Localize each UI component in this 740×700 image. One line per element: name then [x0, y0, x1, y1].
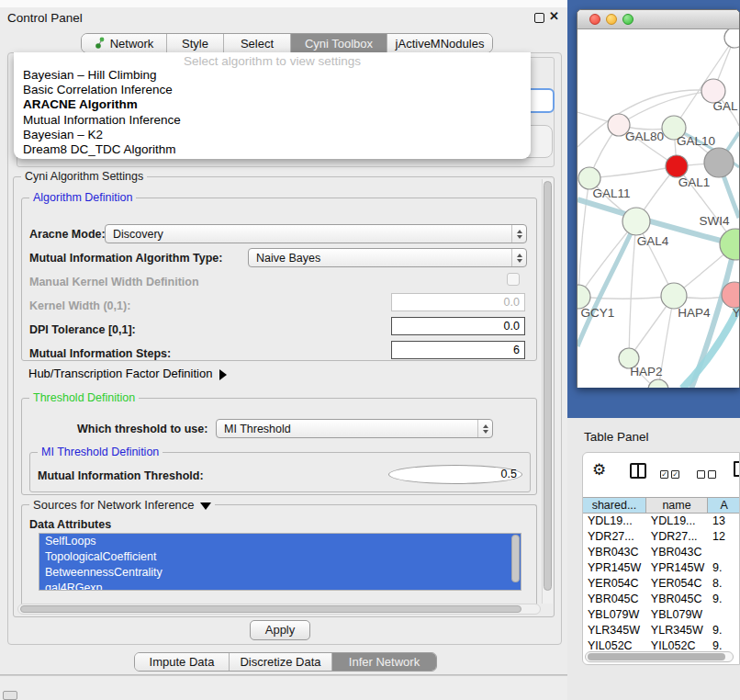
algorithm-option[interactable]: Bayesian – K2	[14, 128, 531, 142]
panel-top-strip	[0, 0, 569, 7]
node-gal-pink-label: GAL	[712, 99, 738, 113]
network-edge[interactable]	[629, 221, 636, 358]
network-edge[interactable]	[589, 166, 677, 178]
algorithm-option[interactable]: Bayesian – Hill Climbing	[14, 68, 531, 83]
sources-title[interactable]: Sources for Network Inference	[29, 498, 215, 512]
table-row[interactable]: YLR345WYLR345W9.	[583, 623, 740, 638]
data-attributes-list[interactable]: SelfLoopsTopologicalCoefficientBetweenne…	[39, 533, 521, 591]
gear-icon[interactable]: ⚙	[592, 460, 606, 480]
tab-label: Cyni Toolbox	[305, 37, 373, 51]
tab-style[interactable]: Style	[166, 34, 223, 52]
node-gal4-label: GAL4	[637, 234, 669, 248]
settings-group-title: Cyni Algorithm Settings	[21, 170, 147, 183]
float-window-icon[interactable]	[534, 13, 544, 23]
algorithm-option[interactable]: Basic Correlation Inference	[14, 83, 531, 97]
algorithm-option[interactable]: Mutual Information Inference	[14, 113, 531, 128]
tab-network[interactable]: Network	[82, 34, 166, 52]
column-header[interactable]: name	[646, 498, 708, 513]
attribute-item[interactable]: gal4RGexp	[39, 581, 521, 591]
network-canvas[interactable]: GALGAL80GAL10GAL1GAL11GAL4SWI4GCY1HAP4YH…	[577, 29, 739, 388]
close-icon[interactable]: ✕	[549, 9, 559, 23]
aracne-mode-combo[interactable]: Discovery	[105, 224, 527, 243]
tab-discretize-data[interactable]: Discretize Data	[229, 653, 331, 671]
scrollbar-thumb[interactable]	[20, 605, 521, 613]
minimize-traffic-light[interactable]	[606, 14, 617, 25]
settings-vertical-scrollbar[interactable]	[542, 179, 553, 604]
data-attributes-label: Data Attributes	[29, 518, 111, 531]
stepper-icon	[511, 225, 526, 243]
node-hap4[interactable]	[661, 283, 687, 309]
table-row[interactable]: YBR043CYBR043C	[583, 545, 740, 560]
table-cell: YIL052C	[583, 638, 646, 651]
mi-type-value: Naive Bayes	[249, 252, 511, 265]
apply-button[interactable]: Apply	[250, 620, 310, 640]
node-gal4[interactable]	[622, 208, 650, 235]
node-gray[interactable]	[704, 148, 734, 177]
network-window-titlebar[interactable]	[577, 10, 739, 29]
table-cell: YBL079W	[583, 607, 646, 623]
attribute-item[interactable]: TopologicalCoefficient	[39, 549, 521, 565]
expand-arrow-icon	[219, 369, 227, 380]
node-top[interactable]	[724, 29, 739, 48]
table-cell	[708, 607, 740, 623]
manual-kernel-checkbox[interactable]	[507, 273, 520, 286]
table-row[interactable]: YIL052CYIL052C9.	[583, 638, 740, 651]
table-cell: YLR345W	[646, 623, 708, 638]
table-row[interactable]: YBR045CYBR045C9.	[583, 592, 740, 607]
settings-horizontal-scrollbar[interactable]	[17, 604, 541, 615]
dpi-tolerance-field[interactable]: 0.0	[391, 317, 525, 335]
network-graph: GALGAL80GAL10GAL1GAL11GAL4SWI4GCY1HAP4YH…	[577, 29, 739, 388]
network-edge-highlighted[interactable]	[577, 221, 636, 346]
column-header[interactable]: shared...	[583, 498, 646, 513]
table-cell: YBL079W	[646, 607, 708, 623]
scrollbar-thumb[interactable]	[544, 181, 552, 591]
tab-jactivemnodules[interactable]: jActiveMNodules	[387, 34, 492, 52]
attribute-item[interactable]: BetweennessCentrality	[39, 565, 521, 581]
close-traffic-light[interactable]	[589, 14, 600, 25]
tab-infer-network[interactable]: Infer Network	[331, 653, 436, 671]
tab-select[interactable]: Select	[223, 34, 290, 52]
which-threshold-combo[interactable]: MI Threshold	[216, 419, 493, 438]
aracne-mode-label: Aracne Mode:	[29, 228, 106, 241]
table-row[interactable]: YPR145WYPR145W9.	[583, 560, 740, 576]
network-edge[interactable]	[578, 296, 674, 299]
minimized-panel-icon[interactable]	[3, 691, 17, 700]
tab-label: Select	[241, 37, 274, 51]
column-header[interactable]: A	[708, 498, 740, 513]
table-body: YDL19...YDL19...13YDR27...YDR27...12YBR0…	[583, 514, 740, 651]
table-row[interactable]: YDL19...YDL19...13	[583, 514, 740, 529]
attribute-item[interactable]: SelfLoops	[39, 534, 521, 549]
tab-cyni-toolbox[interactable]: Cyni Toolbox	[290, 34, 387, 52]
table-row[interactable]: YDR27...YDR27...12	[583, 529, 740, 545]
mi-type-combo[interactable]: Naive Bayes	[248, 248, 527, 267]
mi-steps-label: Mutual Information Steps:	[29, 347, 171, 360]
select-all-icon[interactable]: ✓✓	[660, 467, 682, 480]
algorithm-dropdown-hint: Select algorithm to view settings	[14, 52, 531, 68]
table-row[interactable]: YBL079WYBL079W	[583, 607, 740, 623]
algorithm-definition-title: Algorithm Definition	[29, 191, 136, 204]
split-view-icon[interactable]	[630, 463, 646, 479]
stepper-icon	[477, 420, 492, 437]
algorithm-option[interactable]: ARACNE Algorithm	[14, 97, 531, 112]
zoom-traffic-light[interactable]	[622, 14, 633, 25]
algorithm-option[interactable]: Dream8 DC_TDC Algorithm	[14, 142, 531, 157]
deselect-all-icon[interactable]	[697, 467, 719, 480]
tab-impute-data[interactable]: Impute Data	[135, 653, 229, 671]
network-edge[interactable]	[578, 178, 589, 297]
mi-steps-field[interactable]: 6	[391, 341, 525, 359]
table-horizontal-scrollbar[interactable]	[585, 651, 734, 662]
mi-threshold-field[interactable]: 0.5	[388, 465, 522, 484]
network-window: GALGAL80GAL10GAL1GAL11GAL4SWI4GCY1HAP4YH…	[577, 9, 740, 388]
which-threshold-label: Which threshold to use:	[77, 423, 207, 435]
table-cell: 9.	[708, 560, 740, 576]
table-row[interactable]: YER054CYER054C8.	[583, 576, 740, 592]
table-panel-region: Table Panel ⚙ ✓✓ shared...nameA YDL19...…	[567, 418, 740, 700]
list-scrollbar-thumb[interactable]	[511, 535, 520, 582]
new-table-icon[interactable]	[734, 461, 740, 477]
node-gal11-label: GAL11	[592, 186, 630, 200]
kernel-width-field[interactable]: 0.0	[391, 293, 525, 311]
scrollbar-thumb[interactable]	[588, 653, 725, 660]
hub-definition-toggle[interactable]: Hub/Transcription Factor Definition	[28, 367, 227, 380]
node-bottom[interactable]	[648, 379, 668, 388]
node-gal1[interactable]	[666, 155, 688, 177]
